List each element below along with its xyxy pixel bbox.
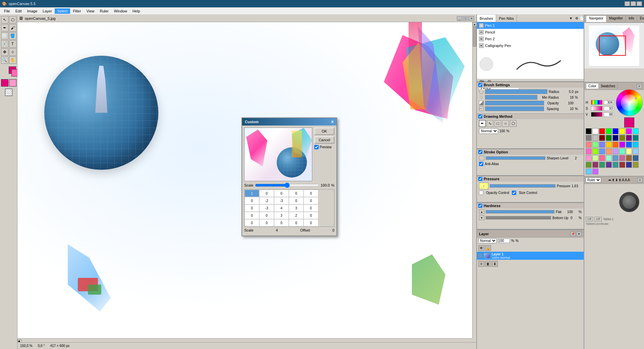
swatch-19[interactable] (606, 142, 612, 148)
h-slider[interactable] (591, 100, 602, 105)
tool-hand[interactable]: ✋ (9, 56, 16, 64)
ruler-icon6[interactable]: A (625, 178, 627, 182)
tool-eyedropper[interactable]: 💉 (1, 40, 8, 48)
swatch-49[interactable] (592, 168, 598, 174)
ruler-icon5[interactable]: A (622, 178, 624, 182)
swatch-11[interactable] (606, 135, 612, 141)
tab-swatches[interactable]: Swatches (599, 84, 618, 89)
matrix-cell-3-2[interactable]: 3 (274, 212, 289, 219)
swatch-34[interactable] (599, 155, 605, 161)
opacity-slider[interactable] (485, 101, 544, 105)
swatch-6[interactable] (626, 128, 632, 134)
swatch-27[interactable] (606, 148, 612, 154)
swatch-44[interactable] (612, 162, 619, 168)
tab-color[interactable]: Color (586, 84, 599, 89)
swatch-13[interactable] (619, 135, 625, 141)
matrix-cell-3-1[interactable]: 0 (259, 212, 274, 219)
swatch-33[interactable] (592, 155, 598, 161)
matrix-cell-3-3[interactable]: 2 (289, 212, 304, 219)
swatch-46[interactable] (626, 162, 632, 168)
swatch-16[interactable] (586, 142, 592, 148)
matrix-cell-0-3[interactable]: 0 (289, 190, 304, 197)
swatch-0[interactable] (586, 128, 592, 134)
tool-brush[interactable]: 🖌 (9, 24, 16, 32)
swatch-5[interactable] (619, 128, 625, 134)
swatch-22[interactable] (626, 142, 632, 148)
tool-zoom[interactable]: 🔍 (1, 56, 8, 64)
ruler-close[interactable]: × (637, 178, 643, 183)
draw-icon-circle[interactable]: ○ (502, 120, 509, 127)
swatch-12[interactable] (612, 135, 619, 141)
swatch-20[interactable] (612, 142, 619, 148)
swatch-3[interactable] (606, 128, 612, 134)
hardness-checkbox[interactable] (478, 204, 482, 208)
drawing-method-checkbox[interactable] (478, 114, 482, 118)
canvas-window-controls[interactable]: _ □ × (457, 16, 474, 21)
matrix-cell-2-2[interactable]: 4 (274, 204, 289, 212)
matrix-cell-3-4[interactable]: 0 (304, 212, 318, 219)
min-radius-slider[interactable] (485, 95, 537, 100)
matrix-cell-0-1[interactable]: 0 (259, 190, 274, 197)
swatch-17[interactable] (592, 142, 598, 148)
tool-fill[interactable]: 🪣 (9, 32, 16, 40)
s-slider[interactable] (591, 106, 602, 111)
layer-panel-close[interactable]: × (576, 232, 582, 236)
swatch-40[interactable] (586, 162, 592, 168)
maximize-button[interactable]: □ (631, 1, 636, 6)
layer-row-1[interactable]: Layer 1 100% Normal (477, 252, 584, 260)
tool-text[interactable]: T (9, 40, 16, 48)
matrix-cell-1-3[interactable]: 0 (289, 197, 304, 204)
close-button[interactable]: × (637, 1, 642, 6)
ruler-icon2[interactable]: ⬆ (612, 178, 614, 182)
canvas-close[interactable]: × (469, 16, 474, 21)
draw-icon-curve[interactable]: ∿ (487, 120, 493, 127)
v-slider[interactable] (591, 112, 602, 117)
matrix-cell-3-0[interactable]: 0 (245, 212, 259, 219)
canvas-restore[interactable]: □ (463, 16, 468, 21)
v-value[interactable] (604, 112, 614, 117)
layer-lock-btn[interactable]: 🔒 (485, 245, 491, 251)
swatch-7[interactable] (633, 128, 639, 134)
brushes-add-icon[interactable]: 📄 (580, 16, 584, 20)
pressure-slider[interactable] (490, 184, 555, 188)
swatch-28[interactable] (612, 148, 619, 154)
matrix-cell-4-0[interactable]: 0 (245, 219, 259, 227)
opacity-control-checkbox[interactable] (479, 191, 483, 195)
matrix-cell-2-3[interactable]: 3 (289, 204, 304, 212)
ruler-type-select[interactable]: Ruler (586, 178, 601, 183)
layer-merge-btn[interactable]: ⬇ (492, 261, 498, 267)
tab-info[interactable]: Info (626, 16, 637, 22)
current-color-swatch[interactable] (624, 117, 634, 128)
color-panel-close[interactable]: × (637, 84, 642, 89)
menu-window[interactable]: Window (111, 8, 130, 14)
menu-image[interactable]: Image (24, 8, 40, 14)
menu-file[interactable]: File (1, 8, 13, 14)
tool-transform[interactable]: ⊹ (9, 48, 16, 56)
dialog-ok-btn[interactable]: OK (314, 128, 334, 135)
drawing-mode-select[interactable]: Normal (479, 128, 498, 134)
tab-event[interactable]: Event (637, 16, 644, 22)
matrix-cell-4-3[interactable]: 0 (289, 219, 304, 227)
ruler-icon7[interactable]: A (628, 178, 630, 182)
dialog-cancel-btn[interactable]: Cancel (314, 136, 334, 144)
vertical-scrollbar[interactable]: ▲ (472, 22, 476, 338)
draw-icon-pen[interactable]: ✒ (479, 120, 486, 127)
spacing-slider[interactable] (485, 106, 544, 111)
draw-icon-poly[interactable]: ⬠ (510, 120, 517, 127)
tab-magnifier[interactable]: Magnifier (606, 16, 626, 22)
draw-icon-rect[interactable]: □ (494, 120, 501, 127)
swatch-45[interactable] (619, 162, 625, 168)
swatch-30[interactable] (626, 148, 632, 154)
swatch-24[interactable] (586, 148, 592, 154)
menu-layer[interactable]: Layer (40, 8, 55, 14)
scroll-thumb-vertical[interactable] (473, 27, 476, 47)
swatch-21[interactable] (619, 142, 625, 148)
tab-pen-nibs[interactable]: Pen Nibs (496, 15, 517, 22)
horizontal-scrollbar[interactable]: ◀ (17, 338, 472, 342)
swatch-41[interactable] (592, 162, 598, 168)
tool-select[interactable]: ↖ (1, 16, 8, 23)
matrix-cell-0-0[interactable]: 1 (245, 190, 259, 197)
size-control-checkbox[interactable] (512, 191, 516, 195)
pressure-checkbox[interactable] (478, 177, 482, 181)
layer-eye-btn[interactable]: 👁 (478, 245, 484, 251)
